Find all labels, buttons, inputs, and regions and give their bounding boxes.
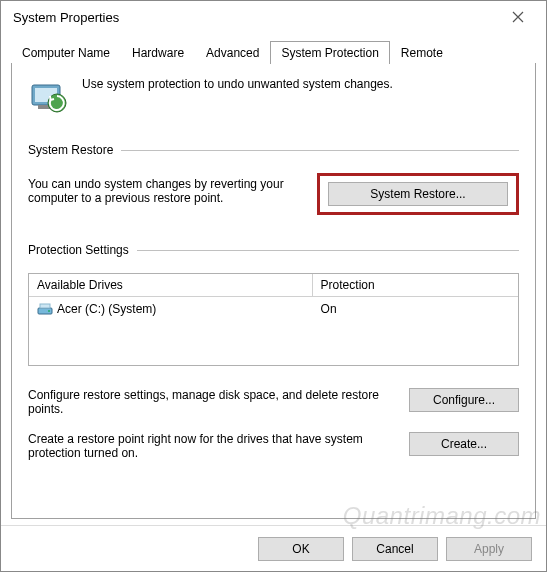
group-system-restore: System Restore <box>28 143 519 157</box>
tab-advanced[interactable]: Advanced <box>195 41 270 64</box>
titlebar: System Properties <box>1 1 546 33</box>
tab-hardware[interactable]: Hardware <box>121 41 195 64</box>
tab-strip: Computer Name Hardware Advanced System P… <box>1 33 546 63</box>
intro-row: Use system protection to undo unwanted s… <box>28 77 519 117</box>
group-label-restore: System Restore <box>28 143 113 157</box>
table-header: Available Drives Protection <box>29 274 518 297</box>
apply-button[interactable]: Apply <box>446 537 532 561</box>
drive-protection-value: On <box>313 297 518 321</box>
tab-remote[interactable]: Remote <box>390 41 454 64</box>
close-icon <box>512 11 524 23</box>
system-protection-icon <box>28 77 68 117</box>
tab-panel-system-protection: Use system protection to undo unwanted s… <box>11 63 536 519</box>
svg-point-6 <box>48 310 50 312</box>
drives-table: Available Drives Protection Acer (C:) (S… <box>28 273 519 366</box>
table-row[interactable]: Acer (C:) (System) On <box>29 297 518 321</box>
svg-rect-5 <box>40 304 50 308</box>
window-title: System Properties <box>13 10 498 25</box>
system-restore-button[interactable]: System Restore... <box>328 182 508 206</box>
create-button[interactable]: Create... <box>409 432 519 456</box>
tab-computer-name[interactable]: Computer Name <box>11 41 121 64</box>
create-description: Create a restore point right now for the… <box>28 432 391 460</box>
col-protection[interactable]: Protection <box>313 274 518 296</box>
group-label-protection: Protection Settings <box>28 243 129 257</box>
close-button[interactable] <box>498 3 538 31</box>
intro-text: Use system protection to undo unwanted s… <box>82 77 393 91</box>
group-protection-settings: Protection Settings <box>28 243 519 257</box>
configure-button[interactable]: Configure... <box>409 388 519 412</box>
dialog-button-bar: OK Cancel Apply <box>1 525 546 571</box>
restore-highlight: System Restore... <box>317 173 519 215</box>
configure-description: Configure restore settings, manage disk … <box>28 388 391 416</box>
drive-icon <box>37 302 53 316</box>
tab-system-protection[interactable]: System Protection <box>270 41 389 64</box>
system-properties-window: System Properties Computer Name Hardware… <box>0 0 547 572</box>
restore-description: You can undo system changes by reverting… <box>28 173 299 205</box>
cancel-button[interactable]: Cancel <box>352 537 438 561</box>
ok-button[interactable]: OK <box>258 537 344 561</box>
col-available-drives[interactable]: Available Drives <box>29 274 313 296</box>
drive-name: Acer (C:) (System) <box>57 302 156 316</box>
